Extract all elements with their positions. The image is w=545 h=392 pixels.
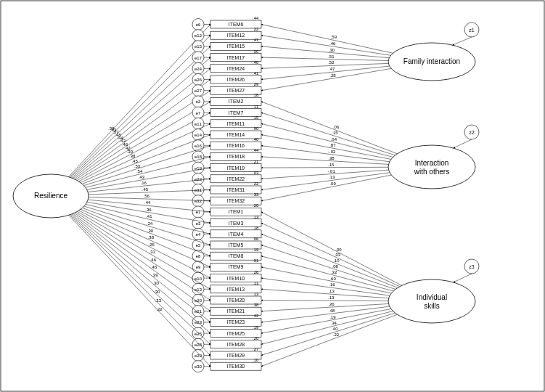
error-label: e3 xyxy=(196,221,201,226)
right-loading-value: .34 xyxy=(331,321,337,325)
right-loading-path xyxy=(261,25,393,54)
item-top-value: .22 xyxy=(253,181,259,186)
left-loading-path xyxy=(75,212,210,300)
item-top-value: .11 xyxy=(253,281,259,285)
right-loading-path xyxy=(261,146,390,162)
right-loading-value: .15 xyxy=(328,163,335,167)
error-label: e16 xyxy=(194,144,202,148)
right-loading-value: .09 xyxy=(329,181,336,186)
left-loading-value: .24 xyxy=(147,221,153,226)
disturbance-path xyxy=(453,37,472,45)
item-top-value: .27 xyxy=(253,347,259,351)
left-loading-path xyxy=(69,215,210,366)
left-loading-path xyxy=(78,211,210,289)
right-loading-path xyxy=(261,303,388,311)
error-label: e7 xyxy=(196,111,201,115)
item-label: ITEM25 xyxy=(227,331,245,336)
right-loading-value: .32 xyxy=(331,270,337,274)
right-loading-path xyxy=(261,68,391,90)
right-loading-value: .08 xyxy=(332,264,339,269)
left-loading-value: .22 xyxy=(156,307,163,311)
error-label: e19 xyxy=(194,166,202,171)
right-loading-path xyxy=(261,309,391,334)
right-loading-value: -.02 xyxy=(328,150,336,154)
left-loading-value: .36 xyxy=(145,208,152,212)
left-loading-path xyxy=(88,179,210,192)
error-label: e4 xyxy=(196,232,201,237)
item-label: ITEM11 xyxy=(227,121,245,126)
right-loading-value: -.01 xyxy=(327,169,335,173)
right-loading-path xyxy=(261,57,388,60)
item-top-value: .13 xyxy=(253,215,259,219)
left-loading-path xyxy=(82,135,210,184)
resilience-label: Resilience xyxy=(34,192,68,200)
item-label: ITEM30 xyxy=(227,364,245,369)
item-label: ITEM3 xyxy=(229,221,244,226)
item-top-value: .20 xyxy=(253,336,259,340)
right-loading-value: .28 xyxy=(329,73,336,78)
right-loading-value: .47 xyxy=(329,67,335,71)
right-loading-value: .48 xyxy=(329,309,335,313)
item-label: ITEM17 xyxy=(227,55,245,60)
right-loading-value: .26 xyxy=(328,302,335,306)
item-label: ITEM12 xyxy=(227,33,245,38)
item-top-value: .15 xyxy=(253,115,259,120)
item-top-value: .42 xyxy=(253,314,259,318)
item-label: ITEM8 xyxy=(229,253,244,258)
item-label: ITEM14 xyxy=(227,132,245,137)
disturbance-path xyxy=(454,139,472,148)
item-top-value: .41 xyxy=(253,38,259,42)
item-label: ITEM1 xyxy=(229,209,244,214)
left-loading-path xyxy=(75,91,210,180)
left-loading-value: .38 xyxy=(129,154,136,158)
item-top-value: .10 xyxy=(253,358,259,362)
error-label: e27 xyxy=(194,89,202,93)
right-loading-path xyxy=(261,311,393,345)
item-top-value: .40 xyxy=(253,60,259,65)
left-loading-value: .33 xyxy=(155,298,162,303)
right-factor-label: skills xyxy=(424,302,440,310)
left-loading-path xyxy=(70,214,210,344)
right-loading-value: .13 xyxy=(328,289,335,293)
item-top-value: .11 xyxy=(253,105,259,109)
item-label: ITEM18 xyxy=(227,154,245,159)
left-loading-path xyxy=(72,57,210,178)
item-top-value: .19 xyxy=(253,325,259,330)
left-loading-value: .44 xyxy=(144,200,151,205)
error-label: e30 xyxy=(194,364,202,369)
item-label: ITEM16 xyxy=(227,143,245,148)
left-loading-path xyxy=(79,211,210,278)
disturbance-label: z2 xyxy=(469,130,475,135)
item-label: ITEM15 xyxy=(227,44,245,49)
right-loading-path xyxy=(261,173,390,190)
right-loading-value: .13 xyxy=(328,295,335,300)
right-factor-label: Interaction xyxy=(415,159,449,167)
right-factor-1 xyxy=(388,145,475,189)
left-loading-path xyxy=(70,46,210,178)
left-loading-path xyxy=(74,80,210,179)
left-loading-path xyxy=(84,146,210,186)
disturbance-label: z3 xyxy=(469,264,475,269)
error-label: e17 xyxy=(194,56,202,60)
right-loading-value: .22 xyxy=(333,332,340,337)
right-loading-path xyxy=(261,63,388,68)
error-label: e22 xyxy=(194,177,202,181)
error-label: e10 xyxy=(194,277,202,281)
left-loading-path xyxy=(72,214,210,333)
right-loading-path xyxy=(261,314,397,366)
right-loading-path xyxy=(261,170,389,179)
left-loading-value: .30 xyxy=(153,281,160,285)
left-loading-value: .54 xyxy=(136,169,143,173)
item-top-value: .44 xyxy=(253,16,259,20)
item-top-value: .41 xyxy=(253,71,259,75)
right-loading-path xyxy=(261,313,395,355)
right-loading-value: .04 xyxy=(331,137,337,142)
error-label: e25 xyxy=(194,332,202,336)
right-loading-value: .06 xyxy=(333,125,340,129)
right-loading-path xyxy=(261,157,388,165)
left-loading-path xyxy=(79,113,210,181)
item-label: ITEM29 xyxy=(227,353,245,358)
right-loading-value: .16 xyxy=(329,282,335,287)
left-loading-path xyxy=(74,213,210,311)
item-label: ITEM31 xyxy=(227,187,245,192)
